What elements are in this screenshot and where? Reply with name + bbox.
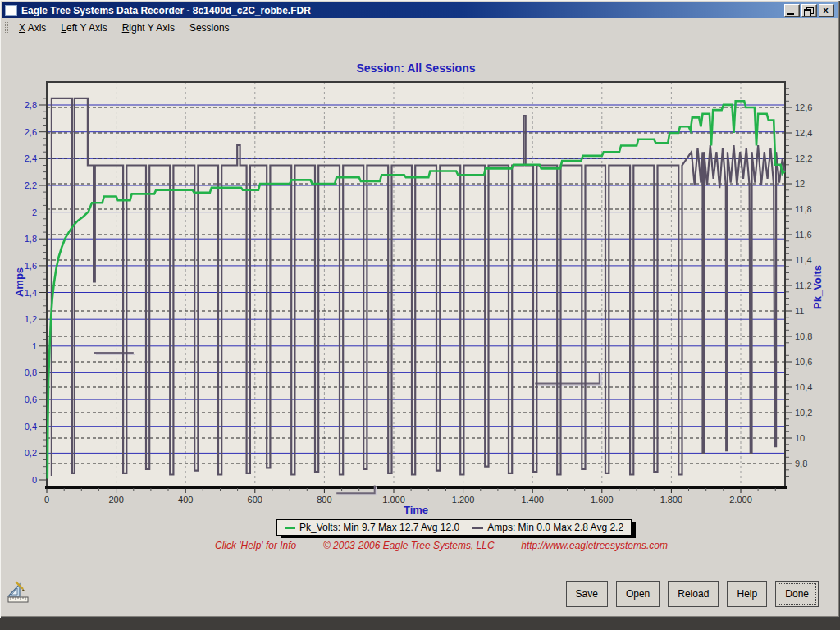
left-axis-title: Amps (13, 211, 28, 354)
svg-text:10,4: 10,4 (795, 382, 812, 392)
svg-text:12,6: 12,6 (795, 103, 812, 112)
legend-item-amps: Amps: Min 0.0 Max 2.8 Avg 2.2 (472, 522, 623, 533)
open-button[interactable]: Open (616, 581, 660, 607)
svg-text:0,4: 0,4 (25, 422, 37, 431)
footer-text-1: © 2003-2006 Eagle Tree Systems, LLC (323, 540, 495, 551)
reload-button[interactable]: Reload (668, 581, 719, 607)
svg-text:2,6: 2,6 (25, 127, 37, 137)
svg-text:0,2: 0,2 (25, 448, 37, 458)
chart-canvas[interactable]: 00,20,40,60,811,21,41,61,822,22,42,62,89… (0, 0, 840, 574)
svg-text:12,2: 12,2 (795, 153, 812, 163)
desktop: Eagle Tree Systems Data Recorder - 8c140… (0, 0, 840, 630)
svg-text:2,8: 2,8 (25, 100, 37, 110)
svg-text:2,4: 2,4 (25, 153, 37, 163)
svg-text:9,8: 9,8 (795, 459, 807, 468)
svg-text:10,2: 10,2 (795, 408, 812, 418)
svg-text:11,4: 11,4 (795, 255, 812, 265)
svg-text:10,6: 10,6 (795, 357, 812, 367)
legend-marker (285, 527, 295, 529)
app-window: Eagle Tree Systems Data Recorder - 8c140… (0, 0, 840, 618)
svg-text:0,6: 0,6 (25, 395, 37, 404)
svg-text:12,4: 12,4 (795, 128, 812, 138)
svg-text:2: 2 (32, 208, 37, 217)
footer-text-0: Click 'Help' for Info (215, 540, 296, 551)
help-button[interactable]: Help (727, 581, 767, 607)
svg-text:10,8: 10,8 (795, 331, 812, 341)
footer-note: Click 'Help' for Info© 2003-2006 Eagle T… (215, 540, 668, 551)
chart-legend: Pk_Volts: Min 9.7 Max 12.7 Avg 12.0Amps:… (276, 519, 632, 536)
chart-title: Session: All Sessions (47, 62, 785, 75)
svg-text:11: 11 (795, 306, 804, 316)
svg-text:11,6: 11,6 (795, 230, 812, 240)
svg-text:11,2: 11,2 (795, 281, 812, 290)
save-button[interactable]: Save (566, 581, 608, 607)
svg-text:0,8: 0,8 (25, 368, 37, 377)
svg-text:11,8: 11,8 (795, 204, 812, 214)
legend-marker (472, 527, 483, 529)
x-axis-title: Time (47, 504, 785, 516)
svg-text:10: 10 (795, 433, 805, 443)
svg-text:0: 0 (32, 475, 37, 485)
svg-text:12: 12 (795, 179, 805, 189)
plot-tools-icon[interactable] (5, 578, 31, 605)
footer-text-2[interactable]: http://www.eagletreesystems.com (521, 540, 668, 551)
legend-item-pk_volts: Pk_Volts: Min 9.7 Max 12.7 Avg 12.0 (285, 522, 459, 533)
done-button[interactable]: Done (775, 581, 819, 607)
right-axis-title: Pk_Volts (811, 216, 826, 358)
svg-text:1: 1 (32, 341, 37, 351)
svg-text:2,2: 2,2 (25, 180, 37, 190)
action-buttons: SaveOpenReloadHelpDone (566, 581, 819, 607)
